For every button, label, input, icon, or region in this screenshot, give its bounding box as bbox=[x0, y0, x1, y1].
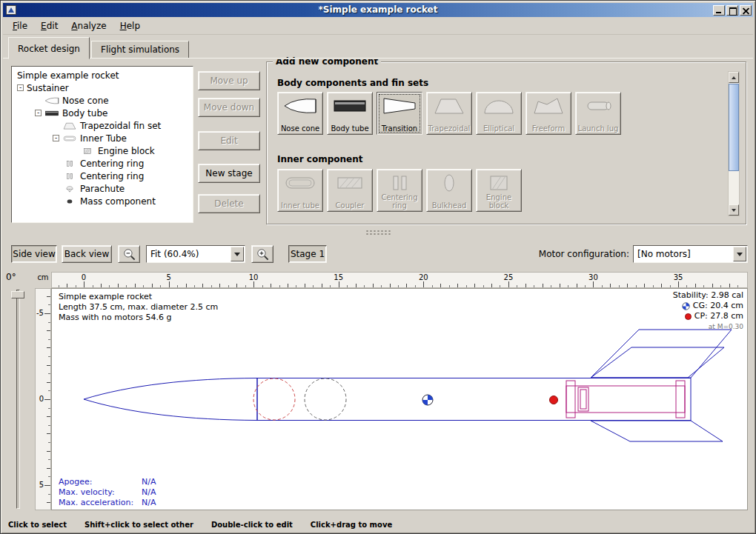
ruler-tick bbox=[313, 285, 314, 287]
tab-strip: Rocket design Flight simulations bbox=[3, 35, 753, 59]
add-coupler-button: Coupler bbox=[327, 169, 373, 212]
splitter-grip-icon bbox=[365, 230, 391, 236]
ruler-tick bbox=[253, 281, 254, 287]
menu-help[interactable]: Help bbox=[113, 18, 147, 34]
collapse-icon[interactable]: - bbox=[17, 84, 24, 91]
tree-item-centering-ring[interactable]: Centering ring bbox=[14, 170, 193, 182]
component-scrollbar[interactable] bbox=[728, 71, 740, 216]
ruler-label: -5 bbox=[36, 309, 44, 317]
new-stage-button[interactable]: New stage bbox=[198, 164, 260, 183]
back-view-button[interactable]: Back view bbox=[62, 245, 112, 263]
tree-item-trapezoidal-fin-set[interactable]: Trapezoidal fin set bbox=[14, 119, 193, 132]
nose-cone-outline[interactable] bbox=[84, 378, 257, 421]
mass-icon bbox=[62, 196, 77, 207]
fin-outline[interactable] bbox=[591, 421, 723, 441]
title-bar[interactable]: *Simple example rocket bbox=[3, 3, 753, 17]
ruler-tick bbox=[47, 416, 50, 417]
ruler-tick bbox=[525, 284, 526, 287]
tree-item-body-tube[interactable]: -Body tube bbox=[14, 107, 193, 119]
component-button-label: Transition bbox=[382, 124, 417, 133]
add-body-tube-button[interactable]: Body tube bbox=[327, 92, 373, 135]
ruler-tick bbox=[627, 284, 628, 287]
tab-rocket-design[interactable]: Rocket design bbox=[8, 37, 90, 59]
flight-stat-row: Max. acceleration:N/A bbox=[59, 498, 156, 508]
cp-value: CP: 27.8 cm bbox=[694, 311, 743, 321]
ruler-tick bbox=[686, 285, 687, 287]
add-nose-cone-button[interactable]: Nose cone bbox=[277, 92, 323, 135]
rotation-slider-thumb[interactable] bbox=[11, 291, 24, 298]
ruler-tick bbox=[670, 285, 671, 287]
nose-cone-icon bbox=[44, 96, 59, 106]
tree-item-simple-example-rocket[interactable]: Simple example rocket bbox=[14, 69, 193, 81]
ruler-tick bbox=[126, 285, 127, 287]
flight-stat-row: Max. velocity:N/A bbox=[59, 487, 156, 498]
tree-item-centering-ring[interactable]: Centering ring bbox=[14, 157, 193, 170]
chevron-down-icon[interactable] bbox=[231, 247, 244, 261]
rocket-info: Simple example rocket Length 37.5 cm, ma… bbox=[59, 292, 218, 323]
tree-item-parachute[interactable]: Parachute bbox=[14, 182, 193, 195]
minimize-button[interactable] bbox=[713, 5, 725, 16]
menu-edit[interactable]: Edit bbox=[34, 18, 64, 34]
maximize-button[interactable] bbox=[726, 5, 738, 16]
zoom-level-select[interactable]: Fit (60.4%) bbox=[146, 245, 245, 263]
tree-item-engine-block[interactable]: Engine block bbox=[14, 144, 193, 157]
ruler-tick bbox=[619, 285, 620, 287]
vertical-ruler: -505 bbox=[35, 288, 51, 510]
ruler-tick bbox=[661, 284, 662, 287]
close-button[interactable] bbox=[740, 5, 752, 16]
stage-1-toggle[interactable]: Stage 1 bbox=[288, 245, 327, 263]
ruler-label: 20 bbox=[419, 273, 428, 281]
ruler-tick bbox=[47, 330, 50, 331]
zoom-in-button[interactable] bbox=[251, 245, 273, 263]
ruler-tick bbox=[330, 285, 331, 287]
menu-analyze[interactable]: Analyze bbox=[64, 18, 113, 34]
cg-icon bbox=[682, 302, 690, 310]
zoom-out-button[interactable] bbox=[118, 245, 140, 263]
rotation-value: 0° bbox=[6, 272, 16, 282]
component-tree[interactable]: Simple example rocket-SustainerNose cone… bbox=[11, 66, 193, 223]
tab-flight-simulations[interactable]: Flight simulations bbox=[91, 41, 189, 59]
ruler-tick bbox=[76, 285, 76, 287]
rotation-slider[interactable] bbox=[16, 290, 20, 509]
nose-cone-icon bbox=[282, 96, 318, 116]
scroll-up-icon[interactable] bbox=[729, 72, 739, 83]
component-button-label: Engine block bbox=[477, 193, 520, 210]
component-button-label: Centering ring bbox=[378, 193, 421, 210]
splitter-handle[interactable] bbox=[3, 227, 753, 238]
mass-component-outline[interactable] bbox=[305, 378, 346, 420]
scroll-down-icon[interactable] bbox=[729, 204, 739, 216]
menu-file[interactable]: File bbox=[6, 18, 34, 34]
ruler-tick bbox=[466, 285, 467, 287]
ruler-tick bbox=[406, 284, 407, 287]
ruler-label: 10 bbox=[249, 273, 259, 281]
engine-block-outline[interactable] bbox=[578, 387, 588, 411]
motor-configuration-select[interactable]: [No motors] bbox=[633, 245, 748, 263]
ruler-tick bbox=[211, 285, 212, 287]
collapse-icon[interactable]: - bbox=[53, 135, 59, 141]
scrollbar-thumb[interactable] bbox=[729, 84, 739, 171]
tree-item-nose-cone[interactable]: Nose cone bbox=[14, 94, 193, 107]
component-button-label: Freeform bbox=[532, 124, 566, 133]
inner-tube-icon bbox=[62, 133, 77, 144]
cp-marker bbox=[550, 396, 558, 404]
add-centering-ring-button: Centering ring bbox=[377, 169, 422, 212]
parachute-outline[interactable] bbox=[253, 378, 295, 420]
collapse-icon[interactable]: - bbox=[35, 110, 42, 116]
ruler-tick bbox=[560, 284, 560, 287]
ruler-tick bbox=[305, 284, 305, 287]
side-view-button[interactable]: Side view bbox=[11, 245, 57, 263]
add-transition-button[interactable]: Transition bbox=[377, 92, 422, 135]
tree-item-sustainer[interactable]: -Sustainer bbox=[14, 81, 193, 94]
tree-item-mass-component[interactable]: Mass component bbox=[14, 195, 193, 207]
engine-block-icon bbox=[481, 173, 517, 193]
engine-block-outline[interactable] bbox=[580, 390, 586, 409]
tree-item-inner-tube[interactable]: -Inner Tube bbox=[14, 132, 193, 144]
add-bulkhead-button: Bulkhead bbox=[426, 169, 472, 212]
ruler-tick bbox=[47, 433, 50, 434]
fin-outline[interactable] bbox=[591, 330, 732, 378]
ruler-unit-label: cm bbox=[35, 273, 51, 281]
status-bar: Click to selectShift+click to select oth… bbox=[8, 518, 753, 530]
body-tube-outline[interactable] bbox=[257, 378, 691, 421]
chevron-down-icon[interactable] bbox=[733, 247, 746, 261]
zoom-in-icon bbox=[256, 247, 270, 261]
